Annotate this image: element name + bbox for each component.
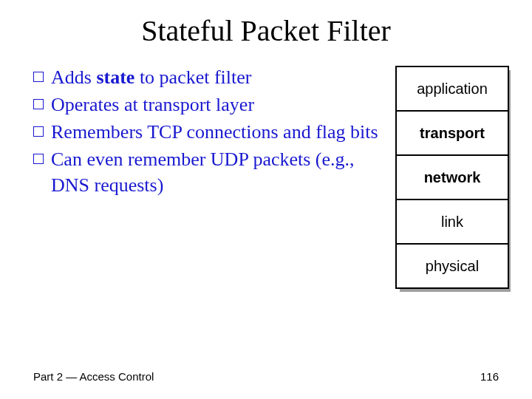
bullet-text: Adds state to packet filter	[51, 64, 381, 90]
bullet-post: to packet filter	[134, 66, 251, 88]
layer-network: network	[397, 156, 508, 200]
list-item: Operates at transport layer	[33, 92, 381, 117]
layer-link: link	[397, 200, 508, 245]
bullet-square-icon	[33, 72, 44, 82]
list-item: Can even remember UDP packets (e.g., DNS…	[33, 146, 381, 198]
list-item: Adds state to packet filter	[33, 64, 381, 90]
layer-physical: physical	[397, 245, 508, 287]
bullet-pre: Remembers TCP connections and flag bits	[51, 121, 378, 143]
bullet-pre: Can even remember UDP packets (e.g., DNS…	[51, 149, 355, 196]
layer-application: application	[397, 67, 508, 112]
slide-footer: Part 2 — Access Control 116	[33, 370, 499, 383]
bullet-pre: Adds	[51, 66, 96, 88]
bullet-text: Operates at transport layer	[51, 92, 381, 117]
layer-transport: transport	[397, 112, 508, 156]
bullet-square-icon	[33, 154, 44, 164]
stack-box: application transport network link physi…	[395, 66, 509, 289]
bullet-text: Can even remember UDP packets (e.g., DNS…	[51, 146, 381, 198]
slide-title: Stateful Packet Filter	[0, 13, 532, 48]
bullet-pre: Operates at transport layer	[51, 94, 254, 115]
page-number: 116	[480, 370, 499, 383]
footer-left: Part 2 — Access Control	[33, 370, 154, 383]
slide-content: Adds state to packet filter Operates at …	[0, 64, 532, 295]
list-item: Remembers TCP connections and flag bits	[33, 119, 381, 145]
osi-stack: application transport network link physi…	[395, 66, 510, 295]
bullet-list: Adds state to packet filter Operates at …	[33, 64, 381, 295]
bullet-text: Remembers TCP connections and flag bits	[51, 119, 381, 145]
bullet-bold: state	[96, 66, 134, 88]
bullet-square-icon	[33, 99, 44, 109]
bullet-square-icon	[33, 126, 44, 137]
